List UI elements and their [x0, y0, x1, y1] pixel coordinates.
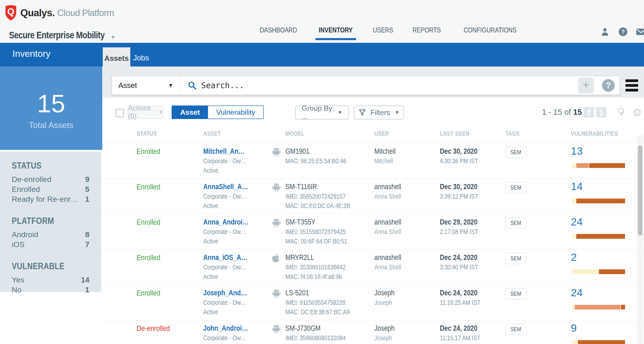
sidebar-group-title: STATUS [12, 161, 90, 171]
nav-item-configurations[interactable]: CONFIGURATIONS [458, 26, 522, 40]
user-subline: Joseph [374, 334, 396, 342]
table-row[interactable]: Enrolled Anna_iOS_A… Corporate - Ow… Act… [103, 249, 644, 285]
tag-badge[interactable]: SEM [505, 288, 526, 300]
group-by-dropdown[interactable]: Group By: ...▼ [295, 106, 349, 120]
nav-item-inventory[interactable]: INVENTORY [316, 26, 356, 40]
search-help-icon[interactable]: ? [602, 79, 615, 92]
sidebar-stat-row[interactable]: Yes 14 [12, 275, 90, 285]
user-icon[interactable] [600, 27, 610, 37]
plus-icon: + [582, 78, 589, 92]
model-id-line: IMEI: 911503554758228 [286, 299, 357, 306]
last-seen-time: 3:39:12 PM IST [440, 193, 486, 200]
vulnerability-count[interactable]: 2 [571, 251, 577, 263]
user-subline: Anna Shell [374, 264, 406, 271]
bar-segment [572, 305, 574, 310]
view-toggle: Asset Vulnerability [172, 106, 264, 119]
column-header-user[interactable]: USER [374, 130, 392, 137]
bar-segment [572, 269, 598, 274]
table-row[interactable]: Enrolled Mitchell_An… Corporate - Ow… Ac… [103, 143, 644, 178]
table-row[interactable]: Enrolled Joseph_And… Corporate - Ow… Act… [103, 285, 644, 320]
bar-segment [576, 163, 589, 168]
sidebar-stat-row[interactable]: Ready for Re-enr… 1 [12, 194, 90, 204]
vulnerability-count[interactable]: 14 [571, 180, 582, 192]
nav-item-users[interactable]: USERS [371, 26, 395, 40]
search-scope-value: Asset [118, 81, 168, 90]
android-icon [272, 288, 281, 299]
asset-link[interactable]: Mitchell_An… [203, 147, 252, 156]
column-header-status[interactable]: STATUS [136, 130, 161, 137]
table-row[interactable]: Enrolled Anna_Androi… Corporate - Ow… Ac… [103, 214, 644, 249]
user-cell: Joseph [374, 289, 398, 297]
sidebar-stat-row[interactable]: Android 8 [12, 229, 90, 239]
search-input[interactable] [201, 78, 578, 93]
sidebar-stat-row[interactable]: No 1 [12, 285, 90, 295]
state-label: Active [203, 308, 221, 316]
asset-link[interactable]: Joseph_And… [203, 289, 256, 297]
table-row[interactable]: Enrolled AnnaShell_A… Corporate - Ow… Ac… [103, 178, 644, 214]
refresh-icon[interactable]: ⟳ [615, 108, 627, 116]
next-page-button[interactable]: ❯ [596, 107, 606, 117]
tag-badge[interactable]: SEM [505, 217, 526, 229]
scrollbar-thumb[interactable] [638, 145, 642, 236]
mail-icon[interactable] [636, 27, 644, 37]
toggle-vulnerability[interactable]: Vulnerability [208, 106, 263, 119]
vulnerability-count[interactable]: 24 [571, 286, 582, 299]
vertical-scrollbar[interactable] [637, 135, 644, 344]
asset-link[interactable]: AnnaShell_A… [203, 182, 257, 191]
sidebar-stat-row[interactable]: Enrolled 5 [12, 184, 90, 194]
user-subline: Joseph [374, 299, 396, 306]
table-row[interactable]: De-enrolled John_Androi… Corporate - Ow…… [103, 320, 644, 344]
actions-dropdown[interactable]: Actions (0)▼ [128, 106, 164, 119]
vulnerability-count[interactable]: 13 [571, 145, 582, 157]
column-header-last-seen[interactable]: LAST SEEN [440, 130, 475, 137]
settings-gear-icon[interactable]: ⚙ [632, 106, 642, 119]
user-subline: Mitchell [374, 157, 396, 165]
stat-label: Ready for Re-enr… [12, 195, 78, 203]
sidebar-group: VULNERABLE Yes 14 No 1 [12, 261, 90, 295]
toggle-asset[interactable]: Asset [172, 106, 208, 119]
vulnerability-bar [572, 234, 625, 239]
prev-page-button[interactable]: ❮ [584, 107, 594, 117]
sidebar-stat-row[interactable]: iOS 7 [12, 239, 90, 249]
app-switcher-caret-icon[interactable]: ▼ [110, 34, 116, 41]
search-scope-dropdown[interactable]: Asset ▼ [112, 76, 180, 95]
main-nav: DASHBOARDINVENTORYUSERSREPORTSCONFIGURAT… [256, 26, 522, 40]
vulnerability-bar [572, 269, 625, 274]
help-icon[interactable]: ? [618, 27, 628, 37]
stat-value: 7 [85, 240, 90, 249]
tag-badge[interactable]: SEM [505, 324, 526, 335]
column-header-tags[interactable]: TAGS [505, 130, 522, 137]
stat-value: 8 [85, 230, 90, 239]
tag-badge[interactable]: SEM [505, 147, 526, 158]
vulnerability-count[interactable]: 24 [571, 215, 582, 228]
add-query-button[interactable]: + [578, 78, 594, 93]
nav-item-dashboard[interactable]: DASHBOARD [256, 26, 300, 40]
nav-item-reports[interactable]: REPORTS [410, 26, 444, 40]
model-mac-line: MAC: 0C:E0:DC:0A:4E:2B [286, 202, 363, 210]
tag-badge[interactable]: SEM [505, 253, 526, 264]
bar-segment [621, 305, 625, 310]
stat-label: No [12, 285, 22, 294]
model-id-line: IMEI: 359608080132084 [286, 334, 357, 342]
ios-icon [272, 253, 281, 263]
filters-dropdown[interactable]: Filters ▼ [354, 106, 404, 120]
tab-jobs[interactable]: Jobs [133, 54, 149, 62]
vulnerability-count[interactable]: 9 [571, 322, 577, 334]
select-all-checkbox[interactable] [116, 109, 124, 117]
stat-value: 1 [85, 195, 90, 203]
column-header-asset[interactable]: ASSET [203, 130, 224, 137]
sidebar-stat-row[interactable]: De-enrolled 9 [12, 174, 90, 184]
stat-label: Enrolled [12, 185, 40, 194]
column-header-model[interactable]: MODEL [286, 130, 308, 137]
menu-icon[interactable] [626, 79, 638, 92]
bar-segment [576, 234, 625, 239]
asset-link[interactable]: John_Androi… [203, 324, 257, 333]
table-header: STATUSASSETMODELUSERLAST SEENTAGSVULNERA… [103, 130, 644, 143]
last-seen-date: Dec 30, 2020 [440, 182, 484, 191]
status-cell: Enrolled [136, 147, 165, 156]
tag-badge[interactable]: SEM [505, 182, 526, 193]
asset-link[interactable]: Anna_iOS_A… [203, 253, 256, 262]
column-header-vulnerabilities[interactable]: VULNERABILITIES [571, 130, 627, 137]
android-icon [272, 324, 281, 334]
asset-link[interactable]: Anna_Androi… [203, 218, 258, 226]
